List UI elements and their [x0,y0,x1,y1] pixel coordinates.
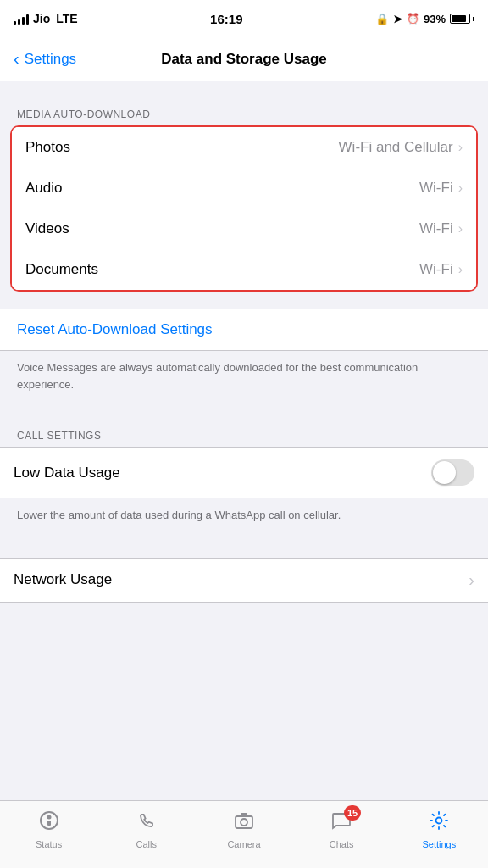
chats-badge: 15 [344,805,361,821]
status-tab-icon [38,810,60,837]
status-bar: Jio LTE 16:19 🔒 ➤ ⏰ 93% [0,0,488,37]
documents-value-text: Wi-Fi [419,261,453,278]
videos-label: Videos [25,220,69,237]
svg-rect-2 [47,821,51,826]
page-title: Data and Storage Usage [14,51,474,68]
media-auto-download-header: MEDIA AUTO-DOWNLOAD [0,108,488,125]
documents-row[interactable]: Documents Wi-Fi › [12,249,476,290]
nav-bar: ‹ Settings Data and Storage Usage [0,37,488,81]
photos-label: Photos [25,139,70,156]
photos-value-text: Wi-Fi and Cellular [339,139,453,156]
status-right: 🔒 ➤ ⏰ 93% [375,13,474,25]
chats-tab-icon: 15 [330,810,352,837]
voice-messages-info: Voice Messages are always automatically … [0,351,488,409]
battery-percent: 93% [424,13,446,25]
call-settings-section: CALL SETTINGS Low Data Usage Lower the a… [0,430,488,541]
photos-chevron-icon: › [458,140,463,155]
documents-value: Wi-Fi › [419,261,463,278]
alarm-icon: ⏰ [407,13,419,25]
videos-row[interactable]: Videos Wi-Fi › [12,209,476,249]
tab-calls[interactable]: Calls [113,810,180,849]
tab-status[interactable]: Status [15,810,83,849]
calls-tab-icon [136,810,158,837]
audio-value-text: Wi-Fi [419,180,453,197]
videos-chevron-icon: › [458,221,463,236]
settings-tab-label: Settings [422,839,456,849]
toggle-knob [433,461,456,484]
call-settings-header: CALL SETTINGS [0,430,488,447]
chats-tab-label: Chats [330,839,354,849]
low-data-usage-toggle[interactable] [431,459,474,486]
videos-value: Wi-Fi › [419,220,463,237]
svg-rect-3 [236,816,252,828]
camera-tab-icon [233,810,255,837]
network-usage-label: Network Usage [14,571,112,588]
signal-icon [14,13,29,25]
status-tab-label: Status [36,839,62,849]
svg-point-1 [47,815,51,820]
tab-chats[interactable]: 15 Chats [308,810,375,849]
status-left: Jio LTE [14,12,78,25]
photos-row[interactable]: Photos Wi-Fi and Cellular › [12,127,476,168]
time-label: 16:19 [210,12,242,26]
audio-label: Audio [25,180,62,197]
low-data-usage-info: Lower the amount of data used during a W… [0,498,488,541]
documents-label: Documents [25,261,98,278]
tab-settings[interactable]: Settings [405,810,473,849]
svg-point-5 [436,818,442,824]
network-type-label: LTE [56,12,77,25]
content-area: MEDIA AUTO-DOWNLOAD Photos Wi-Fi and Cel… [0,81,488,670]
settings-tab-icon [428,810,450,837]
photos-value: Wi-Fi and Cellular › [339,139,463,156]
network-usage-row[interactable]: Network Usage › [0,558,488,603]
reset-auto-download-button[interactable]: Reset Auto-Download Settings [0,309,488,351]
audio-chevron-icon: › [458,181,463,196]
battery-icon [450,14,474,24]
tab-bar: Status Calls Camera 15 Chats [0,800,488,868]
calls-tab-label: Calls [136,839,157,849]
network-usage-chevron-icon: › [469,570,474,590]
media-list-items: Photos Wi-Fi and Cellular › Audio Wi-Fi … [12,127,476,290]
lock-icon: 🔒 [375,13,389,25]
svg-point-4 [241,819,247,826]
videos-value-text: Wi-Fi [419,220,453,237]
carrier-label: Jio [33,12,50,25]
audio-value: Wi-Fi › [419,180,463,197]
tab-camera[interactable]: Camera [210,810,278,849]
location-icon: ➤ [393,13,402,25]
documents-chevron-icon: › [458,262,463,277]
media-auto-download-list: Photos Wi-Fi and Cellular › Audio Wi-Fi … [10,125,478,292]
low-data-usage-row[interactable]: Low Data Usage [0,448,488,498]
audio-row[interactable]: Audio Wi-Fi › [12,168,476,209]
low-data-usage-label: Low Data Usage [14,465,120,481]
camera-tab-label: Camera [227,839,260,849]
